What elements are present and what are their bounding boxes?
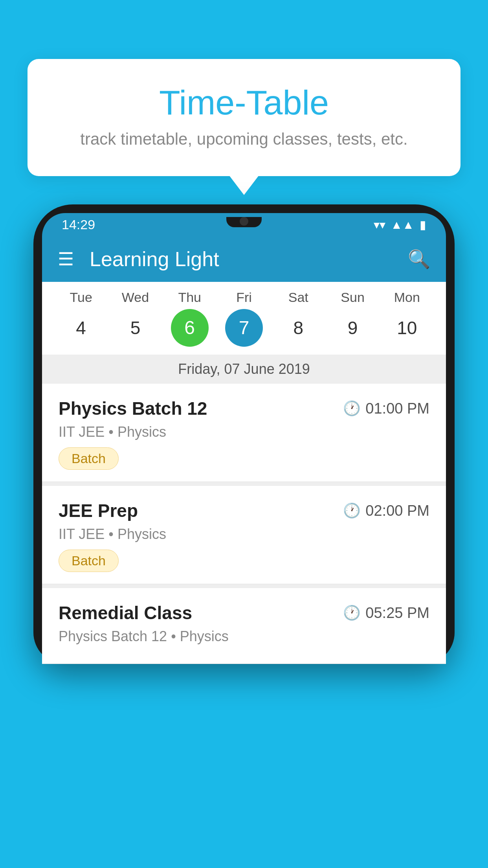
app-title: Learning Light	[90, 247, 392, 271]
class-card-1-header: Physics Batch 12 🕐 01:00 PM	[59, 398, 429, 419]
class-meta-2: IIT JEE • Physics	[59, 526, 429, 542]
status-icons: ▾▾ ▲▲ ▮	[374, 218, 426, 232]
day-number-10: 10	[383, 314, 431, 342]
day-10-wrapper[interactable]: 10	[383, 314, 431, 342]
camera-dot	[240, 217, 248, 226]
day-header-wed: Wed	[112, 290, 159, 305]
notch-cutout	[226, 217, 262, 227]
day-4-wrapper[interactable]: 4	[57, 314, 105, 342]
day-6-wrapper[interactable]: 6	[166, 309, 213, 347]
tooltip-title: Time-Table	[59, 83, 429, 123]
class-meta-1: IIT JEE • Physics	[59, 424, 429, 440]
class-name-3: Remedial Class	[59, 602, 192, 623]
divider-2	[42, 584, 446, 588]
day-7-wrapper[interactable]: 7	[220, 309, 268, 347]
day-number-8: 8	[275, 314, 322, 342]
signal-icon: ▲▲	[391, 218, 414, 232]
class-meta-3: Physics Batch 12 • Physics	[59, 628, 429, 645]
day-number-9: 9	[329, 314, 376, 342]
app-screen: ☰ Learning Light 🔍 Tue Wed Thu Fri Sat S…	[42, 236, 446, 664]
phone-mockup: 14:29 ▾▾ ▲▲ ▮ ☰ Learning Light 🔍	[33, 204, 455, 868]
batch-badge-1: Batch	[59, 447, 119, 470]
tooltip-card: Time-Table track timetable, upcoming cla…	[28, 59, 460, 176]
class-time-1: 🕐 01:00 PM	[343, 400, 429, 417]
class-card-3-header: Remedial Class 🕐 05:25 PM	[59, 602, 429, 623]
day-9-wrapper[interactable]: 9	[329, 314, 376, 342]
day-header-sun: Sun	[329, 290, 376, 305]
divider-1	[42, 482, 446, 486]
wifi-icon: ▾▾	[374, 218, 385, 232]
day-header-sat: Sat	[275, 290, 322, 305]
calendar-week: Tue Wed Thu Fri Sat Sun Mon 4 5	[42, 282, 446, 355]
tooltip-subtitle: track timetable, upcoming classes, tests…	[59, 130, 429, 149]
selected-date-label: Friday, 07 June 2019	[42, 355, 446, 384]
search-icon[interactable]: 🔍	[408, 248, 430, 270]
class-time-3: 🕐 05:25 PM	[343, 605, 429, 622]
day-header-fri: Fri	[220, 290, 268, 305]
app-toolbar: ☰ Learning Light 🔍	[42, 236, 446, 282]
class-time-2: 🕐 02:00 PM	[343, 502, 429, 519]
phone-outer: 14:29 ▾▾ ▲▲ ▮ ☰ Learning Light 🔍	[33, 204, 455, 664]
clock-icon-1: 🕐	[343, 400, 361, 417]
clock-icon-3: 🕐	[343, 605, 361, 621]
day-number-5: 5	[112, 314, 159, 342]
day-number-6-today: 6	[171, 309, 209, 347]
day-5-wrapper[interactable]: 5	[112, 314, 159, 342]
class-card-1[interactable]: Physics Batch 12 🕐 01:00 PM IIT JEE • Ph…	[42, 384, 446, 482]
day-header-thu: Thu	[166, 290, 213, 305]
status-time: 14:29	[62, 217, 95, 232]
clock-icon-2: 🕐	[343, 502, 361, 519]
day-number-4: 4	[57, 314, 105, 342]
notch-area	[226, 216, 262, 227]
day-headers: Tue Wed Thu Fri Sat Sun Mon	[54, 290, 434, 305]
day-numbers: 4 5 6 7 8 9	[54, 309, 434, 351]
day-number-7-selected: 7	[225, 309, 263, 347]
day-8-wrapper[interactable]: 8	[275, 314, 322, 342]
status-bar: 14:29 ▾▾ ▲▲ ▮	[42, 213, 446, 236]
class-name-2: JEE Prep	[59, 500, 138, 521]
batch-badge-2: Batch	[59, 550, 119, 572]
class-card-2-header: JEE Prep 🕐 02:00 PM	[59, 500, 429, 521]
day-header-tue: Tue	[57, 290, 105, 305]
day-header-mon: Mon	[383, 290, 431, 305]
battery-icon: ▮	[420, 218, 426, 232]
class-card-3[interactable]: Remedial Class 🕐 05:25 PM Physics Batch …	[42, 588, 446, 664]
class-name-1: Physics Batch 12	[59, 398, 207, 419]
hamburger-icon[interactable]: ☰	[58, 248, 74, 270]
class-card-2[interactable]: JEE Prep 🕐 02:00 PM IIT JEE • Physics Ba…	[42, 486, 446, 584]
